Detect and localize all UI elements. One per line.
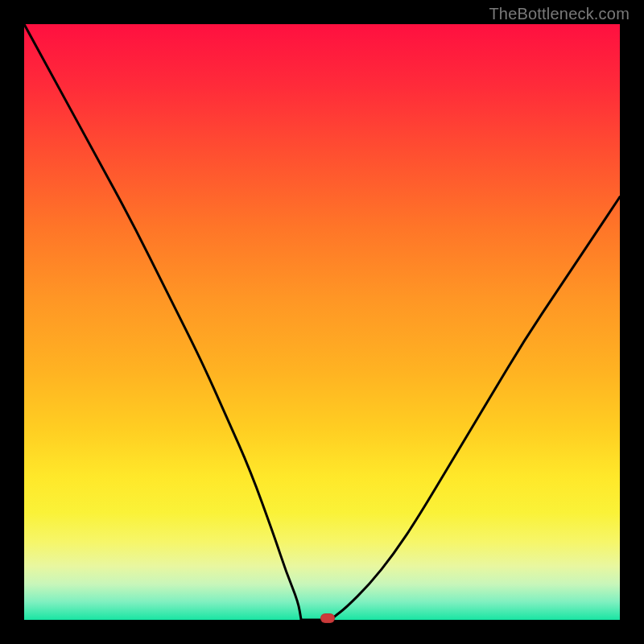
chart-stage: TheBottleneck.com <box>0 0 644 644</box>
bottleneck-marker <box>320 613 335 623</box>
plot-area <box>24 24 620 620</box>
watermark-text: TheBottleneck.com <box>489 5 630 23</box>
bottleneck-curve <box>24 24 620 620</box>
